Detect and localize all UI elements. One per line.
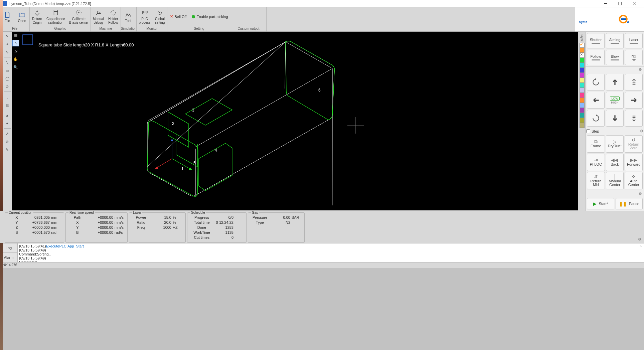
manual-debug-button[interactable]: Manual debug (91, 7, 106, 26)
cursor-toggle[interactable]: ↖ (12, 40, 19, 46)
gear-icon[interactable]: ⚙ (640, 129, 643, 133)
svg-point-3 (111, 11, 115, 15)
layer-swatch-6[interactable] (580, 73, 585, 78)
laser-toggle[interactable]: Laser (625, 33, 643, 48)
back-button[interactable]: ◀◀Back (606, 154, 624, 171)
curve-tool[interactable]: ∿ (4, 48, 11, 56)
layer-swatch-9[interactable] (580, 88, 585, 93)
tool-button[interactable]: Tool (121, 7, 136, 26)
dryrun--button[interactable]: ▷DryRun* (606, 135, 624, 153)
global-setting-button[interactable]: Global setting (152, 7, 167, 26)
step-checkbox[interactable] (586, 129, 590, 133)
return-mid-button[interactable]: ⇵ReturnMid (587, 172, 605, 189)
layer-swatch-14[interactable] (580, 113, 585, 118)
rect-tool[interactable]: ▭ (4, 67, 11, 74)
close-button[interactable] (627, 0, 642, 7)
open-button[interactable]: Open (15, 7, 29, 26)
manual-center-button[interactable]: ┼ManualCenter (606, 172, 624, 189)
move-tool[interactable]: ↗ (4, 130, 11, 137)
n2-toggle[interactable]: N2 (625, 50, 643, 65)
return-origin-button[interactable]: Return Origin (30, 7, 44, 26)
layer-swatch-8[interactable] (580, 83, 585, 88)
holder-follow-button[interactable]: Holder Follow (106, 7, 121, 26)
maximize-button[interactable] (613, 0, 627, 7)
line-tool[interactable]: ╲ (4, 59, 11, 66)
crosshair-icon (346, 115, 366, 135)
minimize-button[interactable] (598, 0, 613, 7)
zoom-toggle[interactable]: 🔍 (12, 64, 19, 70)
target-tool[interactable]: ⊕ (4, 138, 11, 145)
titlebar: Hymson_Tube(Demo Mode) temp.zzx [7.21.17… (0, 0, 644, 7)
layer-swatch-3[interactable] (580, 58, 585, 63)
group-tool[interactable]: ▥ (4, 101, 11, 109)
ribbon: File Open File Return Origin Capacitance… (0, 7, 575, 32)
jog-up[interactable] (606, 74, 624, 91)
tube-drawing (99, 32, 433, 205)
ribbon-group-custom: Custom output (231, 7, 267, 31)
return-zero-button[interactable]: ↺ReturnZero (625, 135, 643, 153)
jog-rotate-ccw[interactable] (587, 74, 605, 91)
point-tool[interactable]: ⊙ (4, 83, 11, 90)
layer-swatch-2[interactable]: ✕ (580, 53, 585, 58)
layer-swatch-5[interactable] (580, 68, 585, 73)
bell-off-button[interactable]: ✕Bell Off (167, 7, 189, 26)
array-tool[interactable]: ▯ (4, 93, 11, 101)
flame-tool[interactable]: ▲ (4, 112, 11, 119)
gear-icon[interactable]: ⚙ (639, 192, 642, 196)
ribbon-label-monitor: Monitor (137, 26, 167, 31)
pause-button[interactable]: ❚❚Pause (616, 198, 643, 209)
panel-gas: GasPressure0.00BARTypeN2 (248, 212, 305, 243)
blow-toggle[interactable]: Blow (606, 50, 624, 65)
svg-text:PLC: PLC (143, 10, 148, 14)
forward-button[interactable]: ▶▶Forward (625, 154, 643, 171)
scroll-up-icon[interactable]: ⌃ (639, 245, 642, 249)
jog-rotate-cw[interactable] (587, 110, 605, 127)
jog-speed-toggle[interactable]: LOWHIGH (606, 92, 624, 109)
layer-swatch-16[interactable] (580, 123, 585, 128)
plc-process-button[interactable]: PLCPLC process (137, 7, 152, 26)
layer-swatch-4[interactable] (580, 63, 585, 68)
panel-realtime-speed: Real-time speedPath+0000.00mm/sX+0000.00… (65, 212, 128, 243)
grid-toggle[interactable]: ▦ (12, 32, 19, 38)
gear-icon[interactable]: ⚙ (639, 67, 642, 72)
layer-swatch-10[interactable] (580, 93, 585, 98)
axes-toggle[interactable]: ⇲ (12, 48, 19, 54)
jog-left[interactable] (587, 92, 605, 109)
layer-swatch-1[interactable] (580, 48, 585, 53)
jog-z-down[interactable] (625, 110, 643, 127)
select-tool[interactable]: ↖ (4, 32, 11, 40)
jog-right[interactable] (625, 92, 643, 109)
layer-swatch-7[interactable] (580, 78, 585, 83)
layer-swatch-13[interactable] (580, 108, 585, 113)
jog-down[interactable] (606, 110, 624, 127)
log-text[interactable]: ⌃ (09/13 15:59:41)ExecutePLC:App_Start(0… (17, 243, 644, 262)
layer-swatch-11[interactable] (580, 98, 585, 103)
ribbon-label-machine: Machine (91, 26, 121, 31)
follow-toggle[interactable]: Follow (587, 50, 605, 65)
layer-swatch-0[interactable]: ✔ (580, 43, 585, 48)
shutter-toggle[interactable]: Shutter (587, 33, 605, 48)
brush-tool[interactable]: ✎ (4, 146, 11, 153)
ribbon-label-simulation: Simulation (121, 26, 137, 31)
layer-swatch-12[interactable] (580, 103, 585, 108)
calibrate-b-axis-button[interactable]: Calibrate B-axis center (67, 7, 91, 26)
pt-loc-button[interactable]: ⇥Pt LOC (587, 154, 605, 171)
layer-swatch-15[interactable] (580, 118, 585, 123)
viewport-canvas[interactable]: Square tube Side length20 X R1.8 X Lengt… (12, 32, 578, 210)
panel-current-position: Current positionX-0261.005mmY+0736.667mm… (5, 212, 64, 243)
auto-center-button[interactable]: ✛AutoCenter (625, 172, 643, 189)
enable-part-picking-button[interactable]: Enable part-picking (189, 7, 230, 26)
pan-toggle[interactable]: ✋ (12, 56, 19, 62)
drop-tool[interactable]: ● (4, 120, 11, 127)
node-tool[interactable]: ✦ (4, 40, 11, 48)
start-button[interactable]: ▶Start* (587, 198, 614, 209)
ribbon-label-file: File (0, 26, 29, 31)
app-icon (2, 1, 7, 6)
statusbar: 6:0:14:276 (0, 262, 644, 268)
circle-tool[interactable]: ◯ (4, 75, 11, 82)
gear-icon[interactable]: ⚙ (637, 236, 643, 243)
aiming-toggle[interactable]: Aiming (606, 33, 624, 48)
jog-z-up[interactable] (625, 74, 643, 91)
frame-button[interactable]: ⧉Frame (587, 135, 605, 153)
capacitance-calibration-button[interactable]: Capacitance calibration (44, 7, 67, 26)
